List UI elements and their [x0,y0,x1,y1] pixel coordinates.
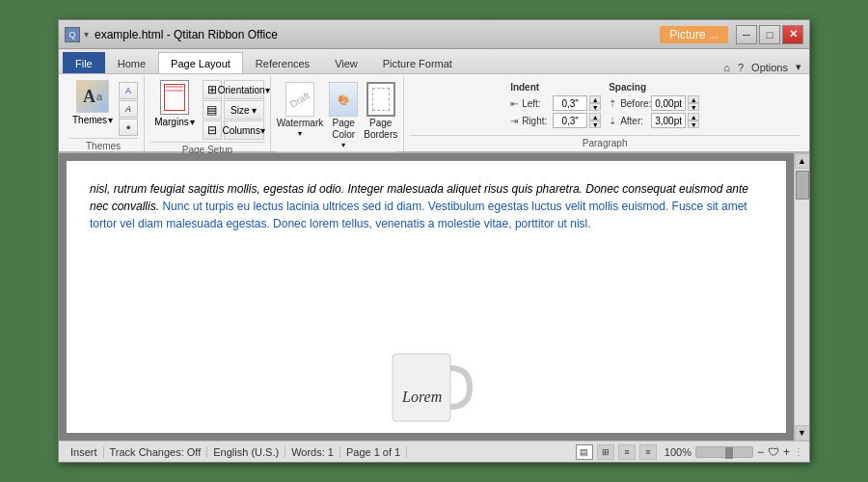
view-outline-btn[interactable]: ≡ [618,444,636,460]
spacing-before-input[interactable] [651,95,686,111]
themes-group-label: Themes [68,138,138,152]
indent-right-down[interactable]: ▼ [589,120,601,128]
spacing-before-row: ⇡ Before: ▲ ▼ [609,95,699,111]
spacing-before-arrows: ▲ ▼ [688,95,699,111]
tab-page-layout[interactable]: Page Layout [158,52,243,73]
spacing-after-arrows: ▲ ▼ [688,113,699,128]
orientation-label-btn[interactable]: Orientation▾ [224,80,264,99]
spacing-before-label: Before: [620,98,649,109]
svg-rect-0 [393,354,450,421]
title-bar: Q ▾ example.html - Qtitan Ribbon Office … [59,20,809,49]
themes-group: A a Themes ▾ A A ● Themes [63,76,145,151]
indent-header: Indent [510,82,601,93]
view-web-btn[interactable]: ⊞ [597,444,614,460]
document-image: Lorem [378,344,475,433]
watermark-arrow[interactable]: ▾ [298,129,302,138]
scroll-thumb[interactable] [796,171,809,200]
status-language: English (U.S.) [207,446,285,458]
spacing-after-row: ⇣ After: ▲ ▼ [609,113,699,128]
paragraph-content: Indent ⇤ Left: ▲ ▼ ⇥ Right: [510,78,699,133]
status-bar: Insert Track Changes: Off English (U.S.)… [59,441,809,462]
margins-label: Margins [154,117,189,127]
columns-label-btn[interactable]: Columns▾ [224,120,264,140]
columns-icon: ⊟ [207,123,217,137]
options-label[interactable]: Options [751,62,788,73]
themes-dropdown[interactable]: ▾ [108,115,113,125]
quick-access[interactable]: ▾ [84,29,89,40]
theme-effects-btn[interactable]: ● [119,119,138,136]
columns-button[interactable]: ⊟ [203,120,222,140]
view-print-btn[interactable]: ▤ [576,444,593,460]
paragraph-group: Indent ⇤ Left: ▲ ▼ ⇥ Right: [404,76,805,151]
svg-text:Lorem: Lorem [401,388,442,405]
page-borders-inner [372,88,390,111]
zoom-slider[interactable] [695,446,753,458]
indent-right-input[interactable] [553,113,587,128]
page-color-button[interactable]: 🎨 Page Color ▾ [329,82,358,149]
indent-left-up[interactable]: ▲ [589,95,601,103]
size-label-btn[interactable]: Size ▾ [224,100,264,120]
spacing-after-input[interactable] [651,113,686,128]
indent-right-up[interactable]: ▲ [589,113,601,120]
ribbon-right-controls: ⌂ ? Options ▾ [723,61,805,73]
page-color-label: Page [333,118,355,128]
page-color-arrow[interactable]: ▾ [341,141,345,149]
indent-right-row: ⇥ Right: ▲ ▼ [510,113,601,128]
minimize-button[interactable]: ─ [736,25,757,44]
zoom-out-icon[interactable]: − [757,445,764,459]
page-color-icon: 🎨 [329,82,358,117]
watermark-icon: Draft [285,82,314,117]
indent-left-down[interactable]: ▼ [589,103,601,111]
page-color-symbol: 🎨 [338,94,349,105]
options-arrow[interactable]: ▾ [796,61,801,73]
watermark-button[interactable]: Draft Watermark ▾ [277,82,324,138]
page-borders-button[interactable]: Page Borders [364,82,397,140]
spacing-header: Spacing [609,82,699,93]
spacing-before-up[interactable]: ▲ [688,95,699,103]
orientation-icon: ⊞ [207,83,217,96]
zoom-thumb[interactable] [725,447,733,459]
theme-fonts-btn[interactable]: A [119,100,138,118]
page-options-row1: ⊞ Orientation▾ [203,80,264,99]
tab-file[interactable]: File [63,52,105,73]
margins-arrow[interactable]: ▾ [190,117,195,127]
size-button[interactable]: ▤ [203,100,222,120]
size-text: Size ▾ [231,105,257,116]
zoom-level: 100% [665,446,692,458]
scroll-down-button[interactable]: ▼ [795,425,810,441]
shield-icon: 🛡 [768,445,779,459]
page-options-row2: ▤ Size ▾ [203,100,264,120]
help-icon[interactable]: ? [738,62,744,73]
tab-references[interactable]: References [243,52,322,73]
margins-icon [160,80,189,115]
scroll-up-button[interactable]: ▲ [795,153,810,169]
zoom-in-icon[interactable]: + [783,445,790,459]
document-content: nisl, rutrum feugiat sagittis mollis, eg… [59,153,794,441]
themes-label: Themes [72,115,107,125]
view-draft-btn[interactable]: ≡ [639,444,657,460]
home-icon: ⌂ [723,62,730,73]
margins-button[interactable]: Margins ▾ [150,78,199,129]
page-background-group: Draft Watermark ▾ 🎨 Page Color ▾ [271,76,405,151]
ribbon-tabs: File Home Page Layout References View Pi… [59,49,809,74]
doc-text-highlight1: Nunc ut turpis eu lectus lacinia ultrice… [90,200,747,230]
close-button[interactable]: ✕ [782,25,803,44]
columns-text: Columns▾ [222,125,264,136]
maximize-button[interactable]: □ [759,25,780,44]
themes-button[interactable]: A a Themes ▾ [68,78,117,127]
indent-left-input[interactable] [553,95,587,111]
spacing-section: Spacing ⇡ Before: ▲ ▼ ⇣ Afte [609,82,699,128]
tab-home[interactable]: Home [105,52,158,73]
spacing-before-down[interactable]: ▼ [688,103,699,111]
themes-icon: A a [76,80,109,113]
page-bg-content: Draft Watermark ▾ 🎨 Page Color ▾ [277,78,398,149]
document-area: nisl, rutrum feugiat sagittis mollis, eg… [59,153,809,441]
spacing-after-up[interactable]: ▲ [688,113,699,120]
theme-colors-btn[interactable]: A [119,82,138,99]
spacing-after-down[interactable]: ▼ [688,120,699,128]
left-icon: ⇤ [510,98,518,109]
tab-picture-format[interactable]: Picture Format [370,52,465,73]
paragraph-label: Paragraph [410,135,800,149]
tab-view[interactable]: View [322,52,370,73]
page-borders-icon [366,82,395,117]
